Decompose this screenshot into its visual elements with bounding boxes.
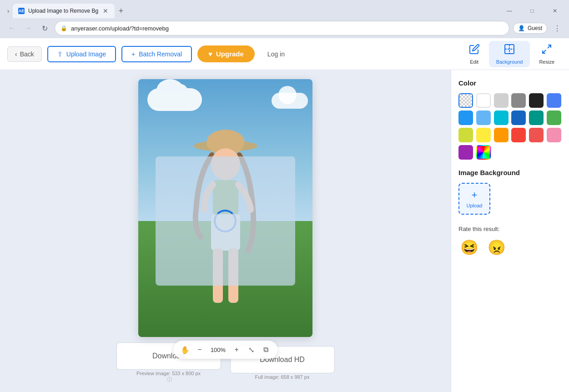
blue2-swatch[interactable] [458,111,473,125]
processing-overlay [156,156,295,286]
login-button[interactable]: Log in [260,47,292,61]
tab-title: Upload Image to Remove Bg [28,8,98,14]
yellow-swatch[interactable] [476,128,491,142]
secure-icon: 🔒 [60,25,67,31]
right-panel: Color [451,70,569,392]
window-controls: — □ ✕ [499,5,565,17]
gray-swatch[interactable] [511,93,526,108]
edit-icon [469,44,480,57]
upload-image-button[interactable]: ⇧ Upload Image [47,46,116,62]
fit-screen-button[interactable]: ⤡ [245,343,257,356]
split-view-button[interactable]: ⧉ [259,343,272,356]
angry-emoji-button[interactable]: 😠 [486,237,508,258]
preview-info-icon: ⓘ [167,376,172,383]
darkblue-swatch[interactable] [511,111,526,125]
background-tool[interactable]: Background [489,41,530,67]
white-swatch[interactable] [476,93,491,108]
back-button[interactable]: ‹ Back [7,46,42,62]
rainbow-swatch[interactable] [476,145,491,160]
tab-close-button[interactable]: ✕ [102,7,109,15]
back-nav-button[interactable]: ← [5,22,18,35]
resize-label: Resize [539,59,554,65]
happy-emoji-button[interactable]: 😆 [458,237,480,258]
heart-icon: ♥ [208,50,212,58]
image-background [138,79,312,337]
toolbar: ‹ Back ⇧ Upload Image + Batch Removal ♥ … [0,38,569,70]
batch-label: Batch Removal [139,50,182,58]
maximize-button[interactable]: □ [522,5,543,17]
transparent-swatch[interactable] [458,93,473,108]
url-bar[interactable]: 🔒 anyeraser.com/upload/?td=removebg [55,21,509,35]
profile-icon: 👤 [518,25,525,31]
purple-swatch[interactable] [458,145,473,160]
resize-tool[interactable]: Resize [532,41,562,67]
upload-bg-label: Upload [467,203,483,208]
spinner-ring [214,210,237,232]
rate-title: Rate this result: [458,226,562,232]
tab-list-button[interactable]: › [4,5,13,17]
back-label: Back [20,50,34,58]
lightpink-swatch[interactable] [547,128,561,142]
teal-swatch[interactable] [529,111,544,125]
svg-line-2 [543,50,546,53]
url-text: anyeraser.com/upload/?td=removebg [71,25,504,32]
zoom-controls: ✋ − 100% + ⤡ ⧉ [173,341,277,359]
cyan-swatch[interactable] [494,111,509,125]
upload-background-button[interactable]: + Upload [458,183,490,215]
background-icon [504,44,515,57]
upgrade-label: Upgrade [216,50,244,58]
image-bg-title: Image Background [458,169,562,176]
lightgray-swatch[interactable] [494,93,509,108]
green-swatch[interactable] [547,111,561,125]
upload-icon: ⇧ [57,50,63,58]
pink-swatch[interactable] [529,128,544,142]
color-section-title: Color [458,79,562,87]
edit-label: Edit [470,59,478,65]
full-info: Full image: 658 x 987 px [255,374,310,380]
resize-icon [541,44,552,57]
zoom-out-button[interactable]: − [193,343,206,356]
profile-button[interactable]: 👤 Guest [513,23,547,34]
canvas-area: ✋ − 100% + ⤡ ⧉ Download Preview image: 5… [0,70,451,392]
orange-swatch[interactable] [494,128,509,142]
rate-section: Rate this result: 😆 😠 [458,226,562,258]
profile-label: Guest [528,25,542,31]
cloud-2 [272,93,308,109]
blue1-swatch[interactable] [547,93,561,108]
background-label: Background [496,59,523,65]
upgrade-button[interactable]: ♥ Upgrade [197,45,255,62]
zoom-in-button[interactable]: + [230,343,243,356]
svg-line-1 [548,45,551,48]
edit-tool[interactable]: Edit [462,41,487,67]
image-container[interactable] [138,79,312,337]
tab-favicon: AE [18,8,25,14]
batch-removal-button[interactable]: + Batch Removal [121,46,192,62]
close-button[interactable]: ✕ [544,5,565,17]
new-tab-button[interactable]: + [115,5,127,17]
pan-tool-button[interactable]: ✋ [179,343,191,356]
address-bar: ← → ↻ 🔒 anyeraser.com/upload/?td=removeb… [0,18,569,38]
main-content: ✋ − 100% + ⤡ ⧉ Download Preview image: 5… [0,70,569,392]
cloud-1 [147,88,202,111]
tab-bar: › AE Upload Image to Remove Bg ✕ + — □ ✕ [0,0,569,18]
black-swatch[interactable] [529,93,544,108]
lime-swatch[interactable] [458,128,473,142]
forward-nav-button[interactable]: → [22,22,35,35]
color-grid [458,93,562,160]
minimize-button[interactable]: — [499,5,520,17]
back-chevron-icon: ‹ [15,50,17,58]
loading-spinner [214,210,237,232]
browser-menu-button[interactable]: ⋮ [551,22,564,35]
red-swatch[interactable] [511,128,526,142]
emoji-row: 😆 😠 [458,237,562,258]
reload-button[interactable]: ↻ [38,22,51,35]
app: ‹ Back ⇧ Upload Image + Batch Removal ♥ … [0,38,569,392]
upload-label: Upload Image [66,50,106,58]
browser-chrome: › AE Upload Image to Remove Bg ✕ + — □ ✕… [0,0,569,38]
preview-info: Preview image: 533 x 800 px [136,371,201,376]
plus-icon: + [472,189,478,201]
active-tab[interactable]: AE Upload Image to Remove Bg ✕ [13,4,115,18]
blue3-swatch[interactable] [476,111,491,125]
batch-icon: + [131,50,135,58]
image-background-section: Image Background + Upload [458,169,562,215]
